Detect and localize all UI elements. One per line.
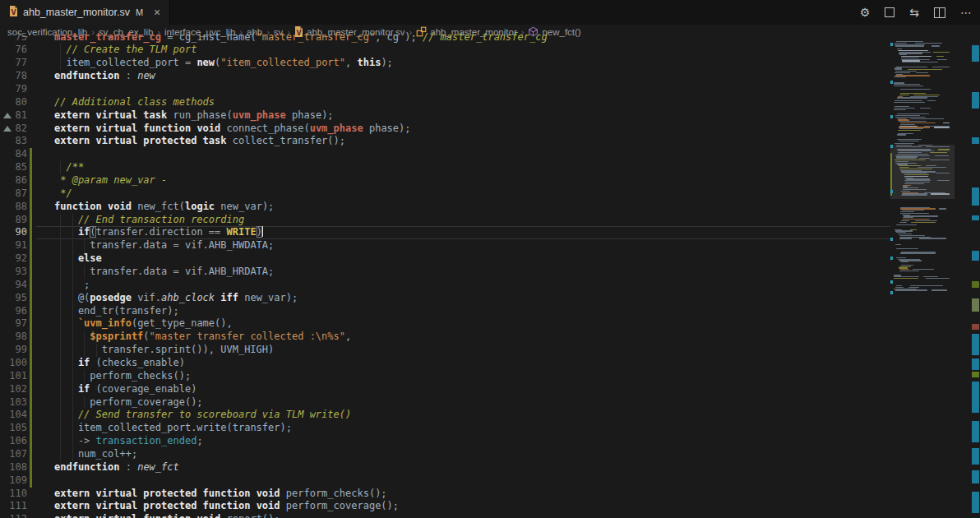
code-line[interactable]: 87*/ [0,187,890,201]
modified-line-indicator [30,474,32,488]
code-editor[interactable]: 75master_transfer_cg = cg_inst_name("mas… [0,39,980,518]
tab-ahb-master-monitor[interactable]: V ahb_master_monitor.sv M × [0,0,170,25]
code-text: $psprintf("master transfer collected :\n… [90,331,351,344]
line-number: 107 [0,448,27,461]
overview-ruler-mark [972,92,979,109]
minimap-match-mark [890,280,893,284]
code-line[interactable]: 84 [0,148,890,161]
minimap-line [896,257,906,258]
modified-line-indicator [30,174,32,187]
minimap-line [897,134,906,135]
code-line[interactable]: 83extern virtual protected task collect_… [0,135,890,148]
code-line[interactable]: 75master_transfer_cg = cg_inst_name("mas… [0,31,890,44]
indent-guide [60,57,61,70]
overview-ruler-mark [972,492,979,513]
code-line[interactable]: 77item_collected_port = new("item_collec… [0,57,890,70]
indent-guide [84,344,85,357]
code-text: extern virtual protected function void p… [54,488,387,501]
layout-square-icon[interactable] [885,7,894,17]
modified-line-indicator [30,317,32,331]
modified-line-indicator [30,214,32,227]
minimap-line [900,213,929,214]
indent-guide [60,279,61,292]
code-line[interactable]: 96end_tr(transfer); [0,305,890,318]
compare-changes-icon[interactable]: ⇆ [909,6,919,19]
code-line[interactable]: 86* @param new_var - [0,174,890,187]
code-text: extern virtual protected function void p… [54,500,399,513]
code-line[interactable]: 82extern virtual function void connect_p… [0,123,890,136]
minimap-match-mark [890,115,893,118]
line-number: 92 [0,252,27,266]
minimap-line [894,43,907,44]
code-text: // Create the TLM port [66,44,196,57]
indent-guide [60,435,61,448]
code-line[interactable]: 110extern virtual protected function voi… [0,488,890,501]
code-line[interactable]: 97`uvm_info(get_type_name(), [0,317,890,331]
minimap-line [895,289,927,290]
code-line[interactable]: 111extern virtual protected function voi… [0,500,890,513]
code-line[interactable]: 107num_col++; [0,448,890,461]
gutter-triangle-icon [3,126,12,132]
code-line[interactable]: 112extern virtual function void report()… [0,513,890,518]
line-number: 96 [0,305,27,318]
code-line[interactable]: 109 [0,474,890,488]
minimap-visible-region[interactable] [890,145,955,199]
modified-line-indicator [30,201,32,214]
code-line[interactable]: 79 [0,83,890,96]
modified-badge: M [136,7,143,17]
overview-ruler[interactable] [971,39,980,518]
line-number: 79 [0,83,27,96]
code-line[interactable]: 76// Create the TLM port [0,44,890,57]
code-line[interactable]: 102if (coverage_enable) [0,383,890,396]
code-line[interactable]: 108endfunction : new_fct [0,461,890,474]
modified-line-indicator [30,292,32,305]
minimap-match-mark [890,145,893,148]
indent-guide [60,252,61,266]
minimap-line [894,109,906,110]
indent-guide [72,344,73,357]
code-line[interactable]: 78endfunction : new [0,70,890,83]
minimap-line [915,43,942,44]
code-line[interactable]: 90if(transfer.direction == WRITE) [0,226,890,239]
code-line[interactable]: 106-> transaction_ended; [0,435,890,448]
line-number: 109 [0,474,27,488]
indent-guide [72,266,73,279]
close-icon[interactable]: × [154,7,160,18]
code-line[interactable]: 91transfer.data = vif.AHB_HWDATA; [0,239,890,252]
modified-line-indicator [30,266,32,279]
code-line[interactable]: 101perform_checks(); [0,370,890,383]
minimap[interactable] [890,39,955,518]
line-number: 112 [0,513,27,518]
text-cursor [262,226,264,237]
line-number: 108 [0,461,27,474]
code-line[interactable]: 94; [0,279,890,292]
indent-guide [72,214,73,227]
code-line[interactable]: 100if (checks_enable) [0,357,890,370]
code-line[interactable]: 80// Additional class methods [0,96,890,109]
modified-line-indicator [30,370,32,383]
split-editor-icon[interactable] [934,7,945,18]
code-line[interactable]: 89// End transaction recording [0,214,890,227]
settings-gear-icon[interactable]: ⚙ [860,6,871,19]
indent-guide [60,422,61,435]
code-line[interactable]: 88function void new_fct(logic new_var); [0,201,890,214]
minimap-line [899,271,919,271]
code-line[interactable]: 93transfer.data = vif.AHB_HRDATA; [0,266,890,279]
line-number: 90 [0,226,27,239]
line-number: 99 [0,344,27,357]
tab-label: ahb_master_monitor.sv [23,7,130,18]
minimap-line [920,108,931,109]
code-line[interactable]: 98$psprintf("master transfer collected :… [0,331,890,344]
code-text: else [78,252,102,266]
code-line[interactable]: 81extern virtual task run_phase(uvm_phas… [0,109,890,123]
code-line[interactable]: 103perform_coverage(); [0,396,890,409]
code-line[interactable]: 104// Send transfer to scoreboard via TL… [0,409,890,422]
code-line[interactable]: 95@(posedge vif.ahb_clock iff new_var); [0,292,890,305]
modified-line-indicator [30,422,32,435]
code-line[interactable]: 92else [0,252,890,266]
code-line[interactable]: 85/** [0,161,890,174]
code-line[interactable]: 105item_collected_port.write(transfer); [0,422,890,435]
code-line[interactable]: 99transfer.sprint()), UVM_HIGH) [0,344,890,357]
minimap-line [898,50,928,51]
more-actions-icon[interactable]: ⋯ [960,6,972,19]
